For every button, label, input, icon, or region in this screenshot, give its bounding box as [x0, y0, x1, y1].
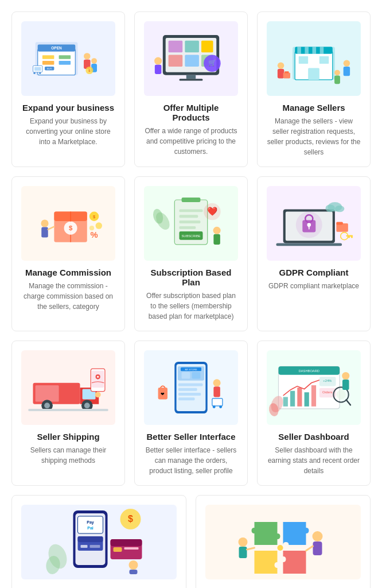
svg-rect-94	[346, 235, 353, 237]
svg-rect-99	[36, 385, 59, 402]
card-image-interface: MY STORE ❤	[144, 350, 238, 425]
card-title-interface: Better Seller Interface	[146, 432, 235, 442]
card-payout: Pay Pal $	[11, 495, 186, 588]
svg-point-102	[44, 403, 50, 408]
svg-rect-51	[284, 71, 289, 73]
svg-text:Pay: Pay	[87, 520, 94, 525]
svg-rect-136	[305, 392, 309, 407]
card-manage-commission: $ $ % Manage Commission Manage the commi…	[11, 176, 125, 331]
svg-point-90	[335, 206, 344, 212]
card-image-shipping	[21, 350, 115, 425]
card-gdpr: ★ GDPR Compliant GDPR compliant marketpl…	[257, 176, 371, 331]
svg-text:BUY: BUY	[47, 67, 52, 70]
svg-rect-33	[155, 65, 161, 74]
card-desc-gdpr: GDPR compliant marketplace	[268, 281, 359, 291]
row-3: Seller Shipping Sellers can manage their…	[11, 341, 371, 486]
svg-rect-66	[182, 198, 201, 202]
svg-point-32	[154, 57, 162, 65]
svg-rect-68	[180, 215, 198, 218]
card-seller-interface: MY STORE ❤ Bet	[134, 341, 248, 486]
svg-rect-124	[213, 386, 220, 397]
card-image-subscription: ❤️ SUBSCRIBE	[144, 186, 238, 261]
card-desc-expand-business: Expand your business by converting your …	[21, 116, 115, 147]
svg-rect-22	[169, 41, 183, 53]
card-desc-dashboard: Seller dashboard with the earning stats …	[267, 445, 361, 476]
card-title-expand-business: Expand your business	[22, 103, 114, 113]
svg-text:❤️: ❤️	[207, 206, 218, 216]
svg-rect-5	[42, 61, 54, 65]
svg-rect-19	[34, 67, 41, 71]
svg-line-174	[247, 548, 255, 550]
card-desc-commission: Manage the commission - charge commissio…	[21, 281, 115, 312]
svg-rect-67	[180, 209, 203, 212]
card-image-payout: Pay Pal $	[21, 505, 177, 579]
svg-point-110	[97, 376, 99, 378]
svg-text:+24%: +24%	[323, 379, 332, 382]
svg-text:🛒: 🛒	[208, 59, 217, 67]
card-seller-dashboard: DASHBOARD +24% Orders	[257, 341, 371, 486]
card-offer-multiple-products: 🛒 Offer Multiple Products Offer a wide r…	[134, 11, 248, 167]
svg-rect-45	[278, 69, 284, 78]
svg-text:★: ★	[307, 223, 311, 229]
svg-point-48	[334, 70, 340, 76]
row-1: OPEN BUY $	[11, 11, 371, 167]
svg-rect-135	[297, 388, 302, 407]
svg-point-57	[41, 219, 48, 227]
svg-rect-28	[186, 75, 196, 79]
svg-rect-95	[351, 237, 353, 238]
card-seller-shipping: Seller Shipping Sellers can manage their…	[11, 341, 125, 486]
card-title-dashboard: Seller Dashboard	[278, 432, 349, 442]
svg-rect-105	[28, 409, 108, 411]
card-image-gdpr: ★	[267, 186, 361, 261]
card-image-expand-business: OPEN BUY $	[21, 21, 115, 96]
svg-point-104	[84, 403, 90, 408]
svg-line-59	[48, 227, 54, 230]
svg-point-123	[213, 379, 221, 386]
svg-rect-137	[311, 385, 316, 407]
card-image-offer-products: 🛒	[144, 21, 238, 96]
svg-rect-96	[348, 237, 350, 238]
card-manage-sellers: Manage Sellers Manage the sellers - view…	[257, 11, 371, 167]
svg-point-164	[129, 560, 138, 570]
svg-rect-26	[185, 55, 199, 67]
svg-rect-156	[81, 545, 88, 548]
svg-rect-47	[344, 67, 350, 76]
svg-rect-49	[334, 76, 340, 84]
svg-point-172	[239, 537, 248, 547]
card-title-commission: Manage Commission	[25, 268, 111, 277]
card-desc-manage-sellers: Manage the sellers - view seller registr…	[267, 116, 361, 157]
svg-point-73	[213, 227, 221, 234]
svg-text:MY STORE: MY STORE	[185, 368, 197, 371]
svg-rect-170	[313, 541, 322, 555]
svg-text:$: $	[69, 225, 73, 231]
svg-rect-157	[90, 545, 100, 548]
card-desc-interface: Better seller interface - sellers can ma…	[144, 445, 238, 476]
svg-point-46	[344, 60, 350, 66]
svg-rect-7	[59, 61, 71, 65]
svg-rect-43	[319, 56, 329, 64]
card-image-dashboard: DASHBOARD +24% Orders	[267, 350, 361, 425]
svg-text:$: $	[128, 514, 133, 524]
card-title-subscription: Subscription Based Plan	[144, 268, 238, 287]
card-subscription: ❤️ SUBSCRIBE Subscription Based Plan Off…	[134, 176, 248, 331]
svg-point-111	[95, 392, 101, 397]
svg-point-18	[39, 72, 41, 74]
svg-rect-159	[111, 539, 142, 546]
svg-point-145	[342, 372, 349, 380]
svg-line-171	[306, 546, 313, 551]
card-desc-subscription: Offer subscription based plan to the sel…	[144, 291, 238, 322]
svg-rect-125	[212, 399, 223, 406]
svg-rect-70	[180, 226, 196, 229]
row-4: Pay Pal $	[11, 495, 371, 588]
svg-rect-50	[283, 73, 290, 79]
card-title-manage-sellers: Manage Sellers	[282, 103, 345, 113]
svg-text:Pal: Pal	[87, 526, 93, 530]
svg-rect-29	[180, 79, 203, 80]
svg-rect-122	[178, 397, 195, 400]
svg-rect-39	[313, 47, 317, 54]
svg-rect-155	[78, 536, 103, 542]
card-title-offer-products: Offer Multiple Products	[144, 103, 238, 122]
svg-text:$: $	[93, 214, 95, 219]
svg-rect-42	[299, 56, 308, 64]
svg-rect-69	[180, 220, 201, 223]
